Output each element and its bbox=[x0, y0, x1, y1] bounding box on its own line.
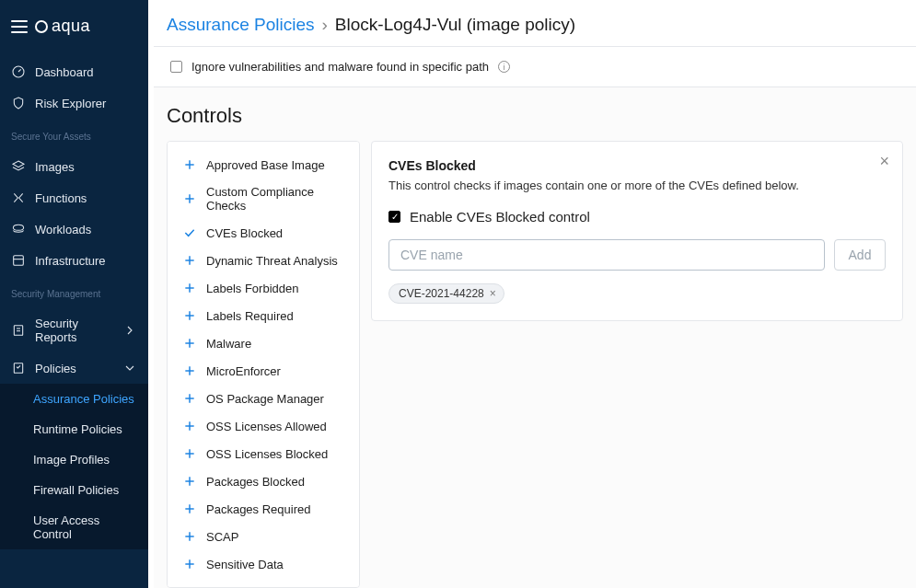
control-item[interactable]: Superuser bbox=[173, 578, 354, 588]
plus-icon bbox=[182, 419, 197, 433]
breadcrumb-current: Block-Log4J-Vul (image policy) bbox=[335, 15, 575, 35]
scrollbar-thumb[interactable] bbox=[148, 0, 154, 239]
control-item[interactable]: OSS Licenses Blocked bbox=[173, 440, 354, 467]
plus-icon bbox=[182, 446, 197, 461]
control-item[interactable]: Approved Base Image bbox=[173, 151, 354, 179]
control-label: Custom Compliance Checks bbox=[206, 185, 344, 213]
ignore-path-label: Ignore vulnerabilities and malware found… bbox=[191, 60, 489, 74]
control-label: Approved Base Image bbox=[206, 158, 325, 172]
enable-control-label: Enable CVEs Blocked control bbox=[410, 209, 590, 225]
nav-user-access-control[interactable]: User Access Control bbox=[0, 505, 148, 549]
infrastructure-icon bbox=[11, 253, 26, 268]
menu-toggle-icon[interactable] bbox=[11, 20, 28, 33]
sidebar-scrollbar[interactable] bbox=[148, 0, 154, 588]
control-label: Labels Required bbox=[206, 309, 294, 323]
control-detail-panel: × CVEs Blocked This control checks if im… bbox=[371, 141, 903, 321]
plus-icon bbox=[182, 191, 197, 206]
nav-images[interactable]: Images bbox=[0, 151, 148, 182]
logo-circle-icon bbox=[35, 20, 48, 33]
svg-rect-1 bbox=[14, 256, 24, 266]
control-item[interactable]: Malware bbox=[173, 329, 354, 357]
functions-icon bbox=[11, 190, 26, 205]
plus-icon bbox=[182, 502, 197, 516]
plus-icon bbox=[182, 584, 197, 588]
nav-label: Images bbox=[35, 160, 75, 174]
sidebar: aqua Dashboard Risk Explorer Secure Your… bbox=[0, 0, 148, 588]
chevron-right-icon bbox=[122, 323, 137, 338]
detail-description: This control checks if images contain on… bbox=[388, 179, 886, 192]
nav-label: Security Reports bbox=[35, 317, 113, 344]
nav-dashboard[interactable]: Dashboard bbox=[0, 56, 148, 87]
remove-chip-icon[interactable]: × bbox=[490, 287, 496, 300]
nav-policies[interactable]: Policies bbox=[0, 352, 148, 384]
control-label: Sensitive Data bbox=[206, 558, 284, 571]
control-label: Dynamic Threat Analysis bbox=[206, 254, 338, 268]
ignore-path-checkbox[interactable] bbox=[170, 61, 182, 73]
control-item[interactable]: SCAP bbox=[173, 523, 354, 550]
control-item[interactable]: OSS Licenses Allowed bbox=[173, 412, 354, 440]
detail-title: CVEs Blocked bbox=[388, 158, 886, 173]
nav-firewall-policies[interactable]: Firewall Policies bbox=[0, 475, 148, 505]
cve-name-input[interactable] bbox=[388, 239, 825, 271]
enable-control-checkbox[interactable] bbox=[388, 211, 400, 223]
nav-label: User Access Control bbox=[33, 513, 137, 541]
nav-label: Runtime Policies bbox=[33, 422, 122, 436]
control-item[interactable]: OS Package Manager bbox=[173, 385, 354, 412]
nav-label: Functions bbox=[35, 191, 87, 205]
nav-label: Firewall Policies bbox=[33, 483, 119, 497]
breadcrumb: Assurance Policies › Block-Log4J-Vul (im… bbox=[154, 0, 916, 47]
plus-icon bbox=[182, 281, 197, 295]
nav-label: Workloads bbox=[35, 223, 91, 236]
add-button[interactable]: Add bbox=[834, 239, 886, 271]
plus-icon bbox=[182, 308, 197, 323]
nav-assets-section: Images Functions Workloads Infrastructur… bbox=[0, 147, 148, 280]
breadcrumb-link[interactable]: Assurance Policies bbox=[167, 15, 315, 35]
control-item[interactable]: Packages Blocked bbox=[173, 467, 354, 495]
control-label: Packages Blocked bbox=[206, 475, 305, 489]
shield-icon bbox=[11, 96, 26, 110]
nav-security-reports[interactable]: Security Reports bbox=[0, 308, 148, 352]
control-label: OSS Licenses Allowed bbox=[206, 420, 327, 433]
nav-workloads[interactable]: Workloads bbox=[0, 213, 148, 245]
svg-rect-3 bbox=[14, 326, 22, 336]
control-item[interactable]: Sensitive Data bbox=[173, 550, 354, 578]
nav-risk-explorer[interactable]: Risk Explorer bbox=[0, 87, 148, 119]
nav-label: Infrastructure bbox=[35, 254, 106, 268]
plus-icon bbox=[182, 336, 197, 351]
nav-heading-security: Security Management bbox=[0, 280, 148, 305]
enable-control-row: Enable CVEs Blocked control bbox=[388, 209, 886, 225]
controls-area: Controls Approved Base ImageCustom Compl… bbox=[154, 87, 916, 588]
cve-chips: CVE-2021-44228× bbox=[388, 283, 886, 304]
nav-runtime-policies[interactable]: Runtime Policies bbox=[0, 414, 148, 444]
control-item[interactable]: MicroEnforcer bbox=[173, 357, 354, 385]
nav-top-section: Dashboard Risk Explorer bbox=[0, 52, 148, 122]
plus-icon bbox=[182, 557, 197, 571]
control-item[interactable]: Dynamic Threat Analysis bbox=[173, 247, 354, 274]
control-label: Malware bbox=[206, 337, 251, 351]
nav-label: Image Profiles bbox=[33, 453, 110, 467]
nav-security-section: Security Reports Policies Assurance Poli… bbox=[0, 305, 148, 553]
control-label: SCAP bbox=[206, 530, 238, 544]
plus-icon bbox=[182, 391, 197, 406]
control-item[interactable]: Labels Required bbox=[173, 302, 354, 329]
layers-icon bbox=[11, 159, 26, 174]
control-item[interactable]: CVEs Blocked bbox=[173, 219, 354, 247]
control-label: Labels Forbidden bbox=[206, 282, 298, 295]
control-label: Packages Required bbox=[206, 502, 310, 516]
control-label: CVEs Blocked bbox=[206, 226, 283, 240]
info-icon[interactable]: i bbox=[498, 61, 510, 73]
nav-label: Policies bbox=[35, 362, 76, 375]
control-item[interactable]: Custom Compliance Checks bbox=[173, 179, 354, 219]
control-label: MicroEnforcer bbox=[206, 364, 281, 378]
workloads-icon bbox=[11, 222, 26, 236]
nav-image-profiles[interactable]: Image Profiles bbox=[0, 444, 148, 475]
nav-assurance-policies[interactable]: Assurance Policies bbox=[0, 384, 148, 414]
control-item[interactable]: Labels Forbidden bbox=[173, 274, 354, 302]
ignore-path-row: Ignore vulnerabilities and malware found… bbox=[154, 47, 916, 87]
control-item[interactable]: Packages Required bbox=[173, 495, 354, 523]
close-icon[interactable]: × bbox=[879, 153, 889, 169]
nav-infrastructure[interactable]: Infrastructure bbox=[0, 245, 148, 276]
nav-label: Risk Explorer bbox=[35, 97, 106, 110]
controls-list[interactable]: Approved Base ImageCustom Compliance Che… bbox=[167, 141, 360, 588]
nav-functions[interactable]: Functions bbox=[0, 182, 148, 213]
